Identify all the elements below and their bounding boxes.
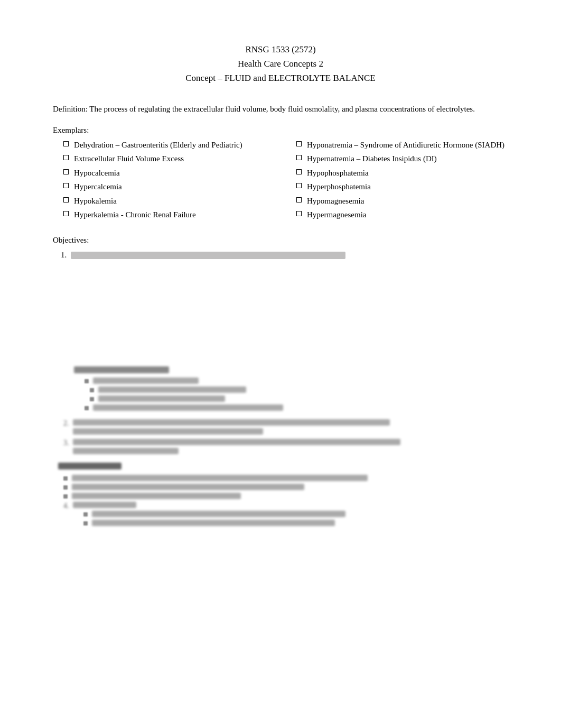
exemplar-text: Dehydration – Gastroenteritis (Elderly a… xyxy=(74,139,242,151)
exemplar-text: Hypokalemia xyxy=(74,195,117,207)
exemplars-columns: Dehydration – Gastroenteritis (Elderly a… xyxy=(53,139,508,223)
blurred-bullet xyxy=(85,406,89,410)
exemplars-col-right: Hyponatremia – Syndrome of Antidiuretic … xyxy=(296,139,508,223)
blurred-num: 3. xyxy=(63,439,73,447)
blurred-numbered-item-3: 3. xyxy=(58,439,508,454)
exemplars-col-left: Dehydration – Gastroenteritis (Elderly a… xyxy=(63,139,275,223)
blurred-text xyxy=(72,484,304,490)
list-item: Hypocalcemia xyxy=(63,167,275,179)
list-item: Hypokalemia xyxy=(63,195,275,207)
blurred-numbered-item-4: 4. xyxy=(63,502,508,529)
exemplar-text: Hyperphosphatemia xyxy=(307,181,371,193)
blurred-textbook-heading xyxy=(58,463,121,469)
bullet-icon xyxy=(63,183,69,188)
blurred-sub-item xyxy=(73,511,508,517)
bullet-icon xyxy=(296,183,302,188)
blurred-text xyxy=(72,493,241,499)
blurred-text xyxy=(73,448,179,454)
blurred-sub-item xyxy=(74,386,508,393)
header-line3: Concept – FLUID and ELECTROLYTE BALANCE xyxy=(53,71,508,85)
bullet-icon xyxy=(63,197,69,202)
blurred-text xyxy=(73,419,390,426)
header-line1: RNSG 1533 (2572) xyxy=(53,42,508,57)
objectives-label: Objectives: xyxy=(53,236,508,245)
blurred-text xyxy=(73,428,263,435)
blurred-text xyxy=(98,395,225,402)
header-line2: Health Care Concepts 2 xyxy=(53,57,508,71)
exemplars-section: Exemplars: Dehydration – Gastroenteritis… xyxy=(53,126,508,223)
blurred-sub-item xyxy=(74,395,508,402)
exemplar-text: Hypocalcemia xyxy=(74,167,120,179)
exemplar-text: Hypernatremia – Diabetes Insipidus (DI) xyxy=(307,153,437,165)
bullet-icon xyxy=(63,155,69,160)
blurred-bullet xyxy=(83,512,88,517)
document-header: RNSG 1533 (2572) Health Care Concepts 2 … xyxy=(53,42,508,86)
blurred-lower-content: 2. 3. 4. xyxy=(53,366,508,529)
blurred-text xyxy=(92,520,335,526)
exemplar-text: Hypermagnesemia xyxy=(307,209,366,221)
list-item: Hypophosphatemia xyxy=(296,167,508,179)
blurred-num: 2. xyxy=(63,419,73,428)
bullet-icon xyxy=(63,211,69,216)
bullet-icon xyxy=(296,141,302,146)
exemplar-text: Hypomagnesemia xyxy=(307,195,364,207)
list-item: Hyponatremia – Syndrome of Antidiuretic … xyxy=(296,139,508,151)
blurred-sub-item xyxy=(73,520,508,526)
blurred-bullet xyxy=(83,521,88,526)
bullet-icon xyxy=(296,211,302,216)
blurred-bullet xyxy=(63,494,68,499)
bullet-icon xyxy=(63,141,69,146)
blurred-sub-item xyxy=(63,493,508,499)
list-item: Hyperkalemia - Chronic Renal Failure xyxy=(63,209,275,221)
blurred-bullet xyxy=(90,397,94,401)
blurred-bullet xyxy=(63,485,68,490)
blurred-text xyxy=(72,475,368,481)
blurred-sub-item xyxy=(74,377,508,384)
objectives-list xyxy=(53,249,508,261)
list-item: Hypomagnesemia xyxy=(296,195,508,207)
exemplar-text: Hyponatremia – Syndrome of Antidiuretic … xyxy=(307,139,504,151)
list-item: Hypermagnesemia xyxy=(296,209,508,221)
list-item: Extracellular Fluid Volume Excess xyxy=(63,153,275,165)
bullet-icon xyxy=(296,169,302,174)
definition-text: The process of regulating the extracellu… xyxy=(89,105,475,113)
list-item: Hyperphosphatemia xyxy=(296,181,508,193)
objectives-section: Objectives: xyxy=(53,236,508,261)
blurred-bullet xyxy=(63,476,68,481)
blurred-block-1 xyxy=(58,366,508,411)
blurred-sub-item xyxy=(74,404,508,411)
blurred-objective xyxy=(71,252,345,259)
blurred-heading xyxy=(74,366,169,373)
list-item: Dehydration – Gastroenteritis (Elderly a… xyxy=(63,139,275,151)
blurred-sub-item xyxy=(63,475,508,481)
blurred-num: 4. xyxy=(63,502,73,510)
list-item xyxy=(69,249,508,261)
exemplar-text: Hypophosphatemia xyxy=(307,167,369,179)
blurred-text xyxy=(73,502,136,508)
blurred-sub-item xyxy=(63,484,508,490)
list-item: Hypercalcemia xyxy=(63,181,275,193)
blurred-numbered-item-2: 2. xyxy=(58,419,508,435)
list-item: Hypernatremia – Diabetes Insipidus (DI) xyxy=(296,153,508,165)
blurred-text xyxy=(93,377,199,384)
bullet-icon xyxy=(296,155,302,160)
blurred-text xyxy=(73,439,400,445)
definition-block: Definition: The process of regulating th… xyxy=(53,103,508,115)
blurred-text xyxy=(98,386,246,393)
blurred-textbook-items: 4. xyxy=(58,475,508,529)
definition-label: Definition: xyxy=(53,105,88,113)
exemplar-text: Hyperkalemia - Chronic Renal Failure xyxy=(74,209,196,221)
exemplar-text: Extracellular Fluid Volume Excess xyxy=(74,153,184,165)
exemplars-label: Exemplars: xyxy=(53,126,508,135)
bullet-icon xyxy=(63,169,69,174)
blurred-text xyxy=(93,404,283,411)
blurred-bullet xyxy=(90,388,94,392)
exemplar-text: Hypercalcemia xyxy=(74,181,122,193)
bullet-icon xyxy=(296,197,302,202)
blurred-text xyxy=(92,511,345,517)
blurred-bullet xyxy=(85,379,89,383)
